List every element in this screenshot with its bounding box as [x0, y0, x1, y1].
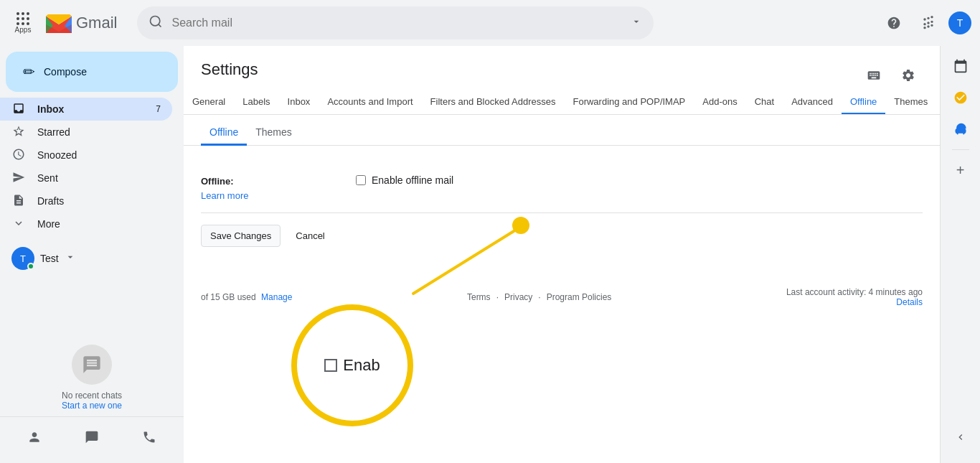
storage-info: of 15 GB used Manage — [201, 292, 292, 302]
sub-tab-themes[interactable]: Themes — [247, 121, 301, 146]
setting-label-col: Offline: Learn more — [201, 174, 344, 201]
program-policies-link[interactable]: Program Policies — [547, 292, 612, 302]
footer-links: Terms · Privacy · Program Policies — [467, 292, 611, 302]
chat-bubble-bottom-icon[interactable] — [77, 423, 106, 452]
settings-tabs: General Labels Inbox Accounts and Import… — [184, 90, 940, 115]
sep1: · — [496, 292, 499, 302]
learn-more-link[interactable]: Learn more — [201, 190, 344, 201]
tasks-panel-button[interactable] — [946, 83, 975, 112]
chat-section: No recent chats Start a new one — [0, 339, 184, 416]
grid-button[interactable] — [914, 9, 943, 37]
tab-labels[interactable]: Labels — [234, 90, 278, 115]
tab-chat[interactable]: Chat — [746, 90, 783, 115]
avatar[interactable]: T — [948, 11, 971, 34]
bottom-icons — [0, 416, 184, 457]
sidebar-item-drafts[interactable]: Drafts — [0, 190, 172, 212]
settings-gear-icon[interactable] — [894, 61, 923, 90]
chat-start-new-link[interactable]: Start a new one — [6, 401, 178, 411]
zoomed-checkbox — [324, 359, 337, 372]
top-bar: Apps Gmail T — [0, 0, 980, 46]
apps-label: Apps — [15, 26, 32, 34]
zoom-overlay: Enab — [291, 304, 413, 426]
action-buttons: Save Changes Cancel — [201, 213, 923, 258]
search-input[interactable] — [171, 17, 631, 29]
last-activity: Last account activity: 4 minutes ago Det… — [786, 287, 923, 307]
search-dropdown-icon[interactable] — [631, 16, 642, 30]
chat-no-recent-text: No recent chats — [6, 390, 178, 401]
account-dropdown-icon[interactable] — [65, 251, 76, 266]
chat-avatar — [72, 345, 112, 385]
inbox-count: 7 — [156, 104, 161, 114]
help-button[interactable] — [880, 9, 908, 37]
top-right-actions: T — [880, 9, 971, 37]
right-panel-divider — [952, 149, 969, 150]
privacy-link[interactable]: Privacy — [504, 292, 532, 302]
chevron-down-icon — [11, 217, 26, 232]
apps-button[interactable]: Apps — [9, 9, 37, 37]
zoom-content: Enab — [324, 356, 380, 375]
phone-bottom-icon[interactable] — [135, 423, 164, 452]
sidebar-item-more[interactable]: More — [0, 212, 172, 235]
clock-icon — [11, 148, 26, 163]
content-area: Settings General Labels Inbox Acc — [184, 46, 940, 463]
expand-panel-button[interactable] — [946, 423, 975, 452]
main-layout: ✏ Compose Inbox 7 Starred Snoozed — [0, 46, 980, 463]
sidebar-item-label: More — [37, 218, 161, 230]
contacts-bottom-icon[interactable] — [20, 423, 49, 452]
settings-body: Offline: Learn more Enable offline mail … — [184, 146, 940, 276]
gmail-text: Gmail — [76, 14, 117, 32]
tab-advanced[interactable]: Advanced — [783, 90, 842, 115]
setting-control: Enable offline mail — [356, 174, 453, 186]
account-name: Test — [40, 253, 59, 264]
offline-setting-row: Offline: Learn more Enable offline mail — [201, 163, 923, 213]
keyboard-shortcuts-icon[interactable] — [859, 61, 888, 90]
tab-accounts-import[interactable]: Accounts and Import — [319, 90, 421, 115]
sidebar-item-label: Inbox — [37, 103, 144, 115]
enable-offline-checkbox[interactable] — [356, 175, 366, 185]
settings-header: Settings — [184, 46, 940, 90]
tab-addons[interactable]: Add-ons — [694, 90, 745, 115]
draft-icon — [11, 194, 26, 209]
keep-panel-button[interactable] — [946, 115, 975, 144]
sidebar-item-starred[interactable]: Starred — [0, 121, 172, 144]
add-panel-button[interactable]: + — [946, 156, 975, 184]
inbox-icon — [11, 102, 26, 117]
compose-label: Compose — [44, 66, 87, 78]
zoomed-text: Enab — [343, 356, 380, 375]
tab-themes[interactable]: Themes — [885, 90, 936, 115]
tab-offline[interactable]: Offline — [842, 90, 885, 115]
sidebar-item-label: Starred — [37, 126, 161, 138]
tab-forwarding[interactable]: Forwarding and POP/IMAP — [564, 90, 694, 115]
sidebar: ✏ Compose Inbox 7 Starred Snoozed — [0, 46, 184, 463]
settings-title: Settings — [201, 60, 258, 79]
tab-general[interactable]: General — [184, 90, 234, 115]
manage-link[interactable]: Manage — [261, 292, 292, 302]
sep2: · — [538, 292, 540, 302]
tab-inbox[interactable]: Inbox — [279, 90, 319, 115]
sidebar-item-label: Sent — [37, 172, 161, 184]
gmail-logo-icon — [46, 13, 72, 33]
terms-link[interactable]: Terms — [467, 292, 491, 302]
sidebar-item-snoozed[interactable]: Snoozed — [0, 144, 172, 167]
compose-button[interactable]: ✏ Compose — [6, 52, 178, 92]
sub-tab-offline[interactable]: Offline — [201, 121, 247, 146]
account-item[interactable]: T Test — [0, 241, 184, 276]
search-icon — [149, 14, 163, 32]
enable-offline-label: Enable offline mail — [372, 174, 453, 186]
cancel-button[interactable]: Cancel — [286, 225, 334, 247]
right-panel: + — [940, 46, 980, 463]
details-link[interactable]: Details — [786, 297, 923, 307]
save-changes-button[interactable]: Save Changes — [201, 225, 281, 247]
sub-tabs: Offline Themes — [184, 115, 940, 146]
compose-icon: ✏ — [23, 63, 35, 80]
search-bar[interactable] — [137, 6, 654, 39]
svg-point-0 — [151, 17, 160, 26]
sidebar-item-sent[interactable]: Sent — [0, 167, 172, 190]
send-icon — [11, 171, 26, 186]
sidebar-item-inbox[interactable]: Inbox 7 — [0, 98, 172, 121]
account-avatar: T — [11, 247, 34, 270]
offline-label: Offline: — [201, 176, 234, 187]
tab-filters-blocked[interactable]: Filters and Blocked Addresses — [422, 90, 565, 115]
footer: of 15 GB used Manage Terms · Privacy · P… — [184, 276, 940, 319]
calendar-panel-button[interactable] — [946, 52, 975, 80]
